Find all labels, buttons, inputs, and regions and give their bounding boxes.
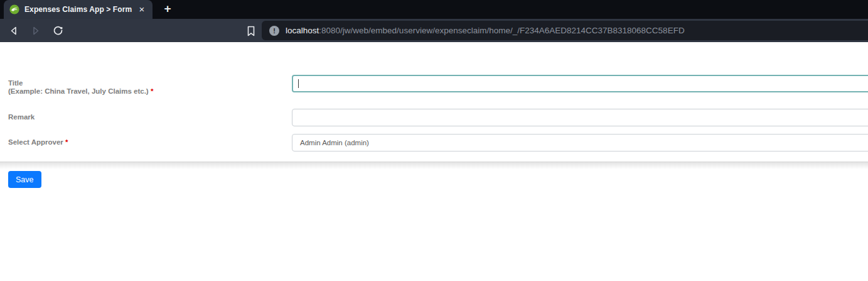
approver-field-row: Select Approver * Admin Admin (admin) [8,134,868,152]
form-footer-divider [0,162,868,169]
web-page-content: Title (Example: China Travel, July Claim… [0,42,868,281]
address-bar[interactable]: ! localhost:8080/jw/web/embed/userview/e… [262,21,868,40]
tab-close-icon[interactable]: × [136,4,147,15]
title-label-hint: (Example: China Travel, July Claims etc.… [8,87,292,96]
new-tab-button[interactable]: + [159,1,176,18]
url-text: localhost:8080/jw/web/embed/userview/exp… [286,26,685,35]
save-button[interactable]: Save [8,171,41,188]
title-label-text: Title [8,79,292,87]
forward-icon [31,26,41,36]
approver-field-label: Select Approver * [8,138,292,146]
url-path: :8080/jw/web/embed/userview/expenseclaim… [319,26,684,35]
browser-toolbar: ! localhost:8080/jw/web/embed/userview/e… [0,19,868,42]
joget-favicon-icon [9,4,19,14]
browser-tab-bar: Expenses Claims App > Form × + [0,0,868,19]
remark-field-row: Remark [8,109,868,126]
expense-claim-form: Title (Example: China Travel, July Claim… [0,42,868,188]
reload-button[interactable] [50,23,66,39]
title-field-label: Title (Example: China Travel, July Claim… [8,79,292,96]
reload-icon [53,25,63,36]
bookmark-button[interactable] [243,23,259,39]
title-field-row: Title (Example: China Travel, July Claim… [8,75,868,96]
title-input[interactable] [292,75,868,92]
url-host: localhost [286,26,319,35]
text-cursor [298,79,299,88]
approver-select[interactable]: Admin Admin (admin) [292,134,868,152]
tab-title: Expenses Claims App > Form [24,5,136,14]
back-icon [9,26,19,36]
forward-button[interactable] [28,23,44,39]
remark-input[interactable] [292,109,868,126]
approver-selected-value: Admin Admin (admin) [300,139,369,146]
bookmark-icon [247,26,255,36]
required-asterisk: * [151,87,153,95]
page-info-icon[interactable]: ! [269,26,279,36]
remark-field-label: Remark [8,113,292,121]
required-asterisk: * [65,138,68,146]
back-button[interactable] [6,23,22,39]
active-tab[interactable]: Expenses Claims App > Form × [4,0,153,19]
